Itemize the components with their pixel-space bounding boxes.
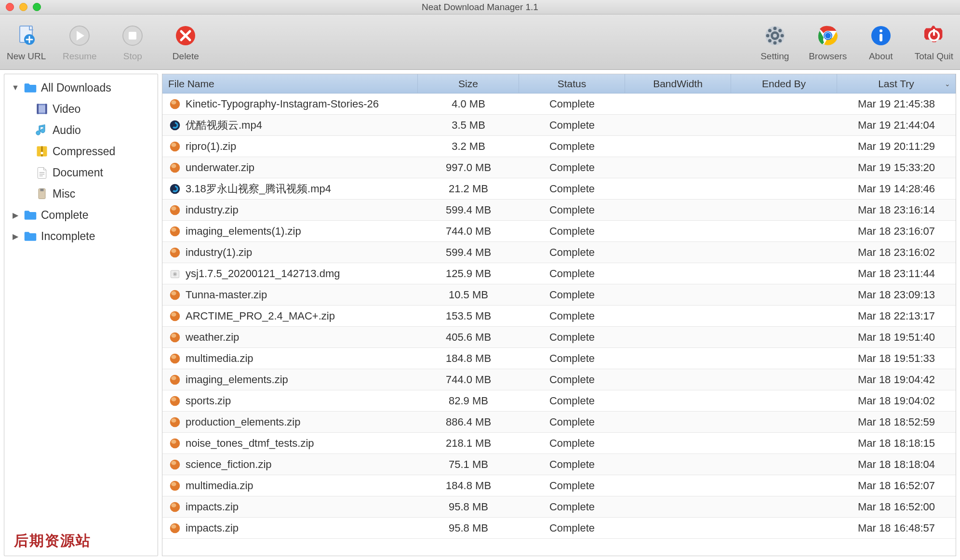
cell-lasttry: Mar 18 19:51:40 [837,331,956,344]
cell-status: Complete [519,373,625,386]
close-window-button[interactable] [6,3,14,11]
cell-size: 95.8 MB [418,522,519,534]
file-icon [168,352,182,365]
delete-button[interactable]: Delete [163,20,208,64]
cell-filename: Tunna-master.zip [162,288,418,302]
table-row[interactable]: ARCTIME_PRO_2.4_MAC+.zip 153.5 MB Comple… [162,306,956,327]
filename-text: industry.zip [186,204,239,216]
resume-button: Resume [57,20,102,64]
filename-text: ysj1.7.5_20200121_142713.dmg [186,267,340,280]
cell-size: 744.0 MB [418,373,519,386]
table-row[interactable]: industry.zip 599.4 MB Complete Mar 18 23… [162,200,956,221]
table-header: File NameSizeStatusBandWidthEnded ByLast… [162,74,956,93]
sidebar-item-compressed[interactable]: Compressed [4,141,158,162]
minimize-window-button[interactable] [19,3,27,11]
cell-size: 75.1 MB [418,458,519,471]
cell-filename: production_elements.zip [162,415,418,429]
delete-icon [172,22,199,49]
cell-filename: 优酷视频云.mp4 [162,118,418,133]
table-row[interactable]: industry(1).zip 599.4 MB Complete Mar 18… [162,242,956,263]
sidebar-item-all-downloads[interactable]: ▼ All Downloads [4,77,158,98]
sidebar-item-complete[interactable]: ▶ Complete [4,204,158,226]
column-label: File Name [168,78,214,90]
file-icon [168,437,182,450]
svg-rect-27 [38,105,46,113]
setting-button[interactable]: Setting [753,20,797,64]
cell-lasttry: Mar 18 18:18:15 [837,437,956,450]
svg-rect-28 [37,104,39,114]
column-header-eb[interactable]: Ended By [731,74,837,93]
table-row[interactable]: sports.zip 82.9 MB Complete Mar 18 19:04… [162,390,956,412]
table-row[interactable]: production_elements.zip 886.4 MB Complet… [162,412,956,433]
svg-point-67 [171,440,176,444]
cell-lasttry: Mar 18 23:16:14 [837,204,956,216]
total-quit-button[interactable]: Total Quit [912,20,956,64]
cell-status: Complete [519,225,625,238]
svg-point-53 [171,291,176,295]
column-header-sz[interactable]: Size [418,74,519,93]
filename-text: underwater.zip [186,161,254,174]
cell-status: Complete [519,98,625,110]
cell-filename: industry(1).zip [162,246,418,259]
column-header-fn[interactable]: File Name [162,74,418,93]
table-row[interactable]: weather.zip 405.6 MB Complete Mar 18 19:… [162,327,956,348]
cell-lasttry: Mar 18 23:16:07 [837,225,956,238]
sidebar-item-video[interactable]: Video [4,98,158,120]
table-body[interactable]: Kinetic-Typography-Instagram-Stories-26 … [162,93,956,556]
sidebar-item-incomplete[interactable]: ▶ Incomplete [4,226,158,247]
filename-text: imaging_elements.zip [186,373,288,386]
file-icon [168,267,182,280]
column-header-lt[interactable]: Last Try⌄ [837,74,956,93]
column-header-bw[interactable]: BandWidth [625,74,731,93]
document-icon [34,165,50,180]
table-row[interactable]: impacts.zip 95.8 MB Complete Mar 18 16:4… [162,518,956,539]
toolbar: New URLResumeStopDelete SettingBrowsersA… [0,14,960,70]
disclosure-icon: ▶ [11,211,20,220]
sidebar-item-label: Complete [41,209,88,222]
table-row[interactable]: ysj1.7.5_20200121_142713.dmg 125.9 MB Co… [162,263,956,284]
table-row[interactable]: imaging_elements.zip 744.0 MB Complete M… [162,369,956,390]
table-row[interactable]: Kinetic-Typography-Instagram-Stories-26 … [162,93,956,115]
cell-status: Complete [519,522,625,534]
sidebar-item-audio[interactable]: Audio [4,120,158,141]
toolbar-label: Stop [123,51,142,62]
file-icon [168,140,182,153]
cell-lasttry: Mar 18 16:48:57 [837,522,956,534]
about-button[interactable]: About [859,20,903,64]
cell-status: Complete [519,416,625,428]
table-row[interactable]: multimedia.zip 184.8 MB Complete Mar 18 … [162,475,956,496]
table-row[interactable]: multimedia.zip 184.8 MB Complete Mar 18 … [162,348,956,369]
filename-text: 优酷视频云.mp4 [186,118,262,133]
filename-text: impacts.zip [186,522,239,534]
new-url-button[interactable]: New URL [4,20,49,64]
table-row[interactable]: Tunna-master.zip 10.5 MB Complete Mar 18… [162,284,956,306]
sidebar-item-label: Audio [53,124,81,137]
svg-point-8 [780,34,784,38]
file-icon [168,415,182,429]
svg-rect-23 [880,34,882,41]
sidebar-item-label: Misc [53,187,75,200]
sidebar-item-document[interactable]: Document [4,162,158,183]
cell-filename: sports.zip [162,394,418,408]
table-row[interactable]: 优酷视频云.mp4 3.5 MB Complete Mar 19 21:44:0… [162,115,956,136]
table-row[interactable]: underwater.zip 997.0 MB Complete Mar 19 … [162,157,956,178]
column-header-st[interactable]: Status [519,74,625,93]
table-row[interactable]: science_fiction.zip 75.1 MB Complete Mar… [162,454,956,475]
cell-lasttry: Mar 19 14:28:46 [837,183,956,195]
table-row[interactable]: impacts.zip 95.8 MB Complete Mar 18 16:5… [162,496,956,518]
cell-status: Complete [519,119,625,132]
browsers-button[interactable]: Browsers [806,20,850,64]
cell-filename: industry.zip [162,203,418,217]
table-row[interactable]: noise_tones_dtmf_tests.zip 218.1 MB Comp… [162,433,956,454]
table-row[interactable]: 3.18罗永山视察_腾讯视频.mp4 21.2 MB Complete Mar … [162,178,956,200]
sidebar-item-misc[interactable]: Misc [4,183,158,204]
table-row[interactable]: ripro(1).zip 3.2 MB Complete Mar 19 20:1… [162,136,956,157]
zoom-window-button[interactable] [33,3,41,11]
table-row[interactable]: imaging_elements(1).zip 744.0 MB Complet… [162,221,956,242]
svg-point-65 [171,418,176,423]
filename-text: ARCTIME_PRO_2.4_MAC+.zip [186,310,335,322]
cell-size: 4.0 MB [418,98,519,110]
cell-size: 218.1 MB [418,437,519,450]
file-icon [168,500,182,514]
column-label: BandWidth [653,78,703,90]
